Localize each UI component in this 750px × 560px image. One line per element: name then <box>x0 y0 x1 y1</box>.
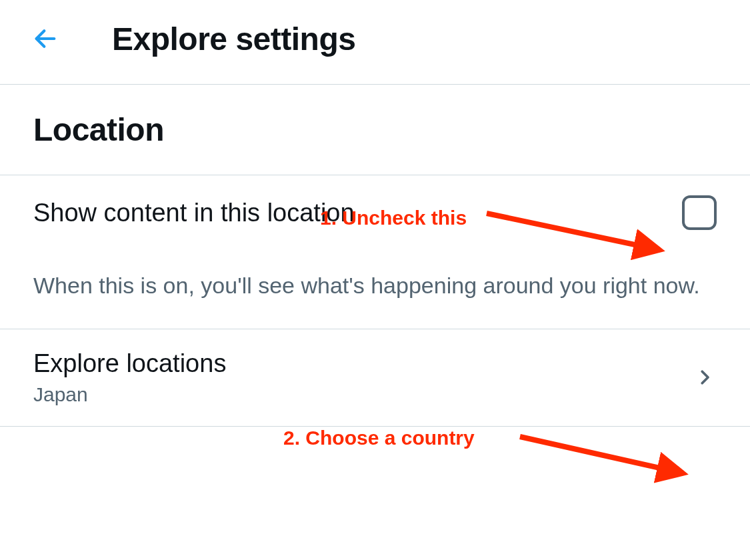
explore-locations-row: Explore locations Japan <box>33 349 717 406</box>
annotation-arrow-2-icon <box>513 423 707 483</box>
show-content-description: When this is on, you'll see what's happe… <box>0 250 750 329</box>
show-content-setting: Show content in this location <box>0 175 750 250</box>
explore-locations-setting[interactable]: Explore locations Japan <box>0 329 750 426</box>
show-content-row: Show content in this location <box>33 195 717 230</box>
annotation-step-2: 2. Choose a country <box>283 427 475 449</box>
back-arrow-icon <box>32 25 59 52</box>
explore-locations-text: Explore locations Japan <box>33 349 226 406</box>
explore-locations-label: Explore locations <box>33 349 226 378</box>
show-content-label: Show content in this location <box>33 199 355 227</box>
divider <box>0 426 750 427</box>
location-heading: Location <box>0 85 750 175</box>
show-content-checkbox[interactable] <box>682 195 717 230</box>
svg-line-4 <box>520 437 683 473</box>
header: Explore settings <box>0 0 750 84</box>
chevron-right-icon <box>693 365 717 389</box>
explore-locations-value: Japan <box>33 383 226 406</box>
page-title: Explore settings <box>112 21 355 57</box>
back-button[interactable] <box>27 20 64 57</box>
